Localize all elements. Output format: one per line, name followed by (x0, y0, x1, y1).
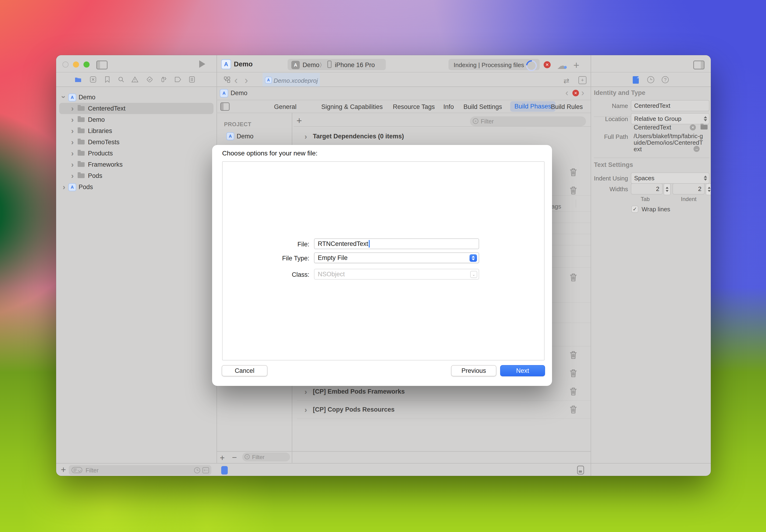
remove-item-button[interactable]: − (232, 453, 237, 462)
tab-resource-tags[interactable]: Resource Tags (393, 103, 435, 111)
add-editor-icon[interactable]: + (579, 76, 587, 84)
navigator-filter-field[interactable]: Filter +− (69, 465, 211, 475)
phase-embed-pods[interactable]: [CP] Embed Pods Frameworks (313, 388, 405, 395)
file-tab-label[interactable]: Demo.xcodeproj (273, 77, 318, 84)
tree-item-pods-group[interactable]: › Pods (56, 170, 216, 181)
phase-disclosure-icon[interactable]: › (304, 132, 307, 140)
toggle-inspector-icon[interactable] (693, 61, 705, 69)
issue-navigator-icon[interactable] (131, 76, 138, 83)
file-inspector-icon[interactable] (633, 76, 639, 84)
add-item-button[interactable]: + (220, 453, 225, 463)
recent-filter-clock-icon[interactable] (194, 467, 200, 473)
disclosure-expanded-icon[interactable]: › (60, 96, 68, 98)
delete-phase-button[interactable] (569, 387, 577, 396)
tree-item-pods-project[interactable]: › A Pods (56, 181, 216, 193)
find-navigator-icon[interactable] (118, 76, 124, 83)
bookmark-navigator-icon[interactable] (104, 76, 110, 83)
scheme-destination[interactable]: iPhone 16 Pro (335, 61, 375, 69)
minimize-button[interactable] (73, 61, 79, 68)
clear-group-icon[interactable]: ✕ (690, 124, 696, 130)
indent-using-popup[interactable]: Spaces (631, 173, 709, 184)
disclosure-icon[interactable]: › (63, 183, 65, 191)
prev-issue-chevron-icon[interactable]: ‹ (565, 88, 569, 98)
phase-disclosure-icon[interactable]: › (304, 388, 307, 395)
tree-item-centeredtext[interactable]: › CenteredText (56, 103, 216, 114)
next-issue-chevron-icon[interactable]: › (581, 88, 584, 98)
editor-grid-icon[interactable] (224, 77, 230, 83)
disclosure-icon[interactable]: › (71, 138, 74, 146)
flag-filter-icon[interactable]: +− (202, 467, 209, 473)
disclosure-icon[interactable]: › (71, 104, 74, 112)
indent-width-field[interactable]: 2 (673, 183, 705, 194)
test-navigator-icon[interactable] (146, 76, 153, 83)
phase-copy-pods[interactable]: [CP] Copy Pods Resources (313, 406, 395, 413)
tree-item-demo-group[interactable]: › Demo (56, 114, 216, 125)
delete-phase-button[interactable] (569, 186, 577, 195)
name-field[interactable]: CenteredText (631, 100, 709, 111)
cloud-icon[interactable]: ☁ (557, 60, 566, 71)
scheme-target[interactable]: Demo (302, 61, 319, 69)
project-item[interactable]: Demo (237, 133, 253, 140)
history-inspector-icon[interactable] (647, 76, 654, 83)
project-navigator-icon[interactable] (75, 77, 81, 83)
project-filter-field[interactable]: ≡ Filter (242, 453, 290, 461)
disclosure-icon[interactable]: › (71, 149, 74, 157)
phase-target-dependencies[interactable]: Target Dependencies (0 items) (313, 133, 404, 140)
editor-sidebar-toggle-icon[interactable] (220, 102, 230, 111)
disclosure-icon[interactable]: › (71, 115, 74, 123)
disclosure-icon[interactable]: › (71, 160, 74, 168)
breakpoint-navigator-icon[interactable] (174, 77, 181, 82)
wrap-lines-checkbox[interactable]: ✓ (631, 206, 638, 213)
jumpbar-error-badge-icon[interactable]: ✕ (572, 90, 579, 96)
previous-button[interactable]: Previous (451, 365, 497, 376)
next-button[interactable]: Next (500, 365, 545, 376)
tab-signing-capabilities[interactable]: Signing & Capabilities (321, 103, 383, 111)
file-name-input[interactable]: RTNCenteredText (314, 238, 479, 249)
jumpbar-item[interactable]: Demo (230, 90, 247, 97)
file-type-popup[interactable]: Empty File (314, 252, 479, 263)
tab-info[interactable]: Info (443, 103, 454, 111)
report-navigator-icon[interactable] (189, 76, 195, 83)
delete-phase-button[interactable] (569, 273, 577, 282)
code-review-icon[interactable] (577, 466, 584, 474)
add-toolbar-icon[interactable]: + (573, 59, 579, 71)
tree-item-demotests[interactable]: › DemoTests (56, 137, 216, 148)
phases-filter-field[interactable]: ≡ Filter (470, 116, 586, 126)
delete-phase-button[interactable] (569, 350, 577, 359)
tab-width-field[interactable]: 2 (631, 183, 663, 194)
run-button[interactable] (199, 60, 205, 68)
debug-navigator-icon[interactable] (160, 76, 167, 83)
popup-arrows-icon (704, 176, 707, 181)
tree-item-frameworks[interactable]: › Frameworks (56, 159, 216, 170)
zoom-button[interactable] (83, 61, 90, 68)
cancel-button[interactable]: Cancel (222, 365, 267, 376)
forward-chevron-icon[interactable]: › (244, 74, 248, 86)
tab-build-settings[interactable]: Build Settings (464, 103, 502, 111)
tree-item-demo-project[interactable]: › A Demo (56, 92, 216, 103)
source-control-navigator-icon[interactable] (90, 76, 96, 83)
tab-general[interactable]: General (274, 103, 296, 111)
phase-disclosure-icon[interactable]: › (304, 406, 307, 413)
close-button[interactable] (62, 61, 68, 68)
tab-build-phases[interactable]: Build Phases (510, 101, 556, 112)
back-chevron-icon[interactable]: ‹ (234, 74, 238, 86)
delete-phase-button[interactable] (569, 368, 577, 378)
class-combo[interactable]: NSObject ⌄ (314, 269, 479, 280)
choose-folder-icon[interactable] (701, 125, 708, 129)
indent-width-stepper[interactable] (706, 183, 711, 195)
disclosure-icon[interactable]: › (71, 127, 74, 135)
tab-width-stepper[interactable] (664, 183, 671, 195)
delete-phase-button[interactable] (569, 167, 577, 177)
add-build-phase-button[interactable]: + (296, 115, 302, 126)
swap-editor-icon[interactable]: ⇄ (564, 77, 569, 85)
disclosure-icon[interactable]: › (71, 172, 74, 180)
error-badge-icon[interactable]: ✕ (544, 61, 551, 68)
help-inspector-icon[interactable]: ? (662, 76, 669, 83)
tree-item-libraries[interactable]: › Libraries (56, 125, 216, 137)
add-file-button[interactable]: + (61, 465, 66, 475)
open-path-arrow-icon[interactable]: → (694, 146, 700, 152)
location-popup[interactable]: Relative to Group (631, 113, 709, 124)
delete-phase-button[interactable] (569, 405, 577, 414)
tree-item-products[interactable]: › Products (56, 148, 216, 159)
toggle-navigator-icon[interactable] (96, 61, 108, 69)
